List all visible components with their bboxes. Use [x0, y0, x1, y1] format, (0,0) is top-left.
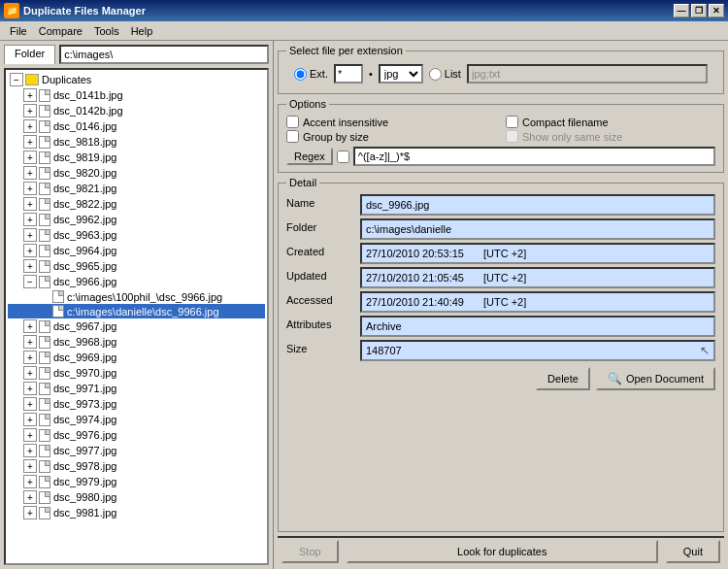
show-only-same-size-option[interactable]: Show only same size [506, 130, 715, 143]
compact-filename-option[interactable]: Compact filename [506, 116, 715, 128]
list-item[interactable]: + dsc_9973.jpg [8, 396, 265, 412]
expand-icon[interactable]: + [23, 182, 37, 195]
open-document-button[interactable]: 🔍 Open Document [596, 367, 715, 390]
expand-icon[interactable]: + [23, 428, 37, 442]
quit-button[interactable]: Quit [666, 540, 720, 563]
expand-icon[interactable]: + [23, 490, 37, 504]
list-item[interactable]: + dsc_9979.jpg [8, 474, 265, 489]
accent-insensitive-option[interactable]: Accent insensitive [286, 116, 496, 128]
ext-dropdown[interactable]: jpg png gif bmp [379, 64, 423, 84]
tree-root[interactable]: − Duplicates [8, 72, 265, 87]
list-radio[interactable] [429, 68, 442, 81]
list-item[interactable]: + dsc_9981.jpg [8, 505, 265, 520]
expand-icon[interactable]: + [23, 382, 37, 395]
restore-button[interactable]: ❐ [691, 4, 707, 17]
folder-bar: Folder [4, 45, 269, 64]
accent-insensitive-checkbox[interactable] [286, 116, 299, 128]
delete-button[interactable]: Delete [536, 367, 590, 390]
list-item[interactable]: + dsc_0146.jpg [8, 118, 265, 134]
expand-icon[interactable]: + [23, 228, 37, 242]
expand-icon[interactable]: + [23, 88, 37, 102]
list-item[interactable]: + dsc_9968.jpg [8, 334, 265, 350]
menu-bar: File Compare Tools Help [0, 21, 728, 41]
tree-root-label: Duplicates [42, 74, 91, 85]
group-by-size-checkbox[interactable] [286, 130, 299, 143]
expand-icon[interactable]: + [23, 397, 37, 411]
expand-icon[interactable]: + [23, 459, 37, 473]
regex-input[interactable] [353, 147, 715, 166]
list-radio-label[interactable]: List [429, 68, 461, 81]
list-item[interactable]: + dsc_9822.jpg [8, 196, 265, 212]
list-item[interactable]: + dsc_9964.jpg [8, 243, 265, 258]
expand-icon[interactable]: + [23, 444, 37, 457]
expand-icon[interactable]: + [23, 335, 37, 349]
menu-help[interactable]: Help [125, 23, 159, 39]
minimize-button[interactable]: — [674, 4, 689, 17]
folder-tab[interactable]: Folder [4, 45, 55, 64]
group-by-size-option[interactable]: Group by size [286, 130, 496, 143]
expand-icon[interactable]: + [23, 259, 37, 273]
expand-icon[interactable]: + [23, 166, 37, 180]
list-item[interactable]: + dsc_9978.jpg [8, 458, 265, 474]
list-item[interactable]: c:\images\danielle\dsc_9966.jpg [8, 304, 265, 318]
expand-icon[interactable]: + [23, 413, 37, 426]
ext-radio[interactable] [294, 68, 307, 81]
list-item[interactable]: + dsc_9819.jpg [8, 150, 265, 165]
list-item[interactable]: + dsc_9962.jpg [8, 212, 265, 227]
attributes-value: Archive [360, 316, 715, 337]
expand-icon[interactable]: + [23, 197, 37, 211]
expand-icon[interactable]: + [23, 319, 37, 333]
list-item[interactable]: + dsc_9970.jpg [8, 365, 265, 381]
expand-icon[interactable]: + [23, 351, 37, 364]
expand-icon[interactable]: − [23, 275, 37, 288]
list-item[interactable]: + dsc_9821.jpg [8, 181, 265, 196]
list-item[interactable]: + dsc_9969.jpg [8, 350, 265, 365]
left-panel: Folder − Duplicates + dsc_0141b.jpg + ds… [0, 41, 274, 569]
regex-button[interactable]: Regex [286, 148, 333, 165]
expand-icon[interactable]: + [23, 213, 37, 226]
expand-icon[interactable]: − [10, 73, 23, 86]
close-button[interactable]: ✕ [709, 4, 724, 17]
ext-value-input[interactable] [334, 64, 363, 84]
expand-icon[interactable]: + [23, 366, 37, 380]
stop-button[interactable]: Stop [281, 540, 339, 563]
expand-icon[interactable]: + [23, 151, 37, 164]
tree-item-label: dsc_9981.jpg [53, 507, 116, 519]
menu-compare[interactable]: Compare [33, 23, 88, 39]
size-value: 148707 ↖ [360, 340, 715, 361]
tree-item-label: dsc_9970.jpg [53, 367, 116, 379]
tree-item-label: dsc_9974.jpg [53, 414, 116, 425]
list-item[interactable]: + dsc_9974.jpg [8, 412, 265, 427]
show-only-same-size-checkbox[interactable] [506, 130, 518, 143]
regex-checkbox[interactable] [337, 151, 349, 163]
list-item[interactable]: + dsc_9820.jpg [8, 165, 265, 181]
file-tree[interactable]: − Duplicates + dsc_0141b.jpg + dsc_0142b… [4, 68, 269, 565]
app-icon: 📁 [4, 3, 19, 18]
list-item[interactable]: + dsc_9965.jpg [8, 258, 265, 274]
expand-icon[interactable]: + [23, 135, 37, 149]
list-item[interactable]: + dsc_9971.jpg [8, 381, 265, 396]
menu-tools[interactable]: Tools [88, 23, 125, 39]
list-item[interactable]: + dsc_9818.jpg [8, 134, 265, 150]
file-extension-legend: Select file per extension [286, 45, 406, 56]
list-item[interactable]: + dsc_9980.jpg [8, 489, 265, 505]
menu-file[interactable]: File [4, 23, 33, 39]
compact-filename-checkbox[interactable] [506, 116, 518, 128]
expand-icon[interactable]: + [23, 475, 37, 488]
list-item[interactable]: c:\images\100phil_\dsc_9966.jpg [8, 289, 265, 304]
expand-icon[interactable]: + [23, 506, 37, 519]
list-item[interactable]: + dsc_9963.jpg [8, 227, 265, 243]
list-item[interactable]: − dsc_9966.jpg [8, 274, 265, 289]
expand-icon[interactable]: + [23, 119, 37, 133]
list-item[interactable]: + dsc_0142b.jpg [8, 103, 265, 118]
list-item[interactable]: + dsc_9967.jpg [8, 318, 265, 334]
list-item[interactable]: + dsc_9976.jpg [8, 427, 265, 443]
expand-icon[interactable]: + [23, 244, 37, 257]
folder-path-input[interactable] [59, 45, 269, 64]
list-item[interactable]: + dsc_0141b.jpg [8, 87, 265, 103]
look-for-duplicates-button[interactable]: Look for duplicates [347, 540, 658, 563]
ext-radio-label[interactable]: Ext. [294, 68, 328, 81]
list-item[interactable]: + dsc_9977.jpg [8, 443, 265, 458]
expand-icon[interactable]: + [23, 104, 37, 117]
action-row: Delete 🔍 Open Document [286, 367, 715, 390]
